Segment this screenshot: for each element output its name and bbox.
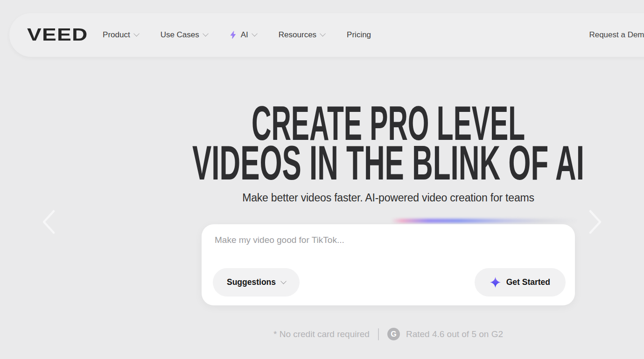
- nav-item-label: Pricing: [347, 30, 371, 40]
- nav-item-label: Product: [103, 30, 130, 40]
- nav-item-label: AI: [241, 30, 248, 40]
- vertical-divider: [378, 328, 379, 340]
- no-credit-card-text: * No credit card required: [273, 329, 370, 339]
- nav-item-ai[interactable]: AI: [230, 30, 257, 40]
- sparkle-icon: [490, 277, 501, 288]
- lightning-bolt-icon: [230, 31, 237, 39]
- chevron-down-icon: [203, 31, 209, 37]
- g2-logo-icon: G: [387, 328, 400, 340]
- suggestions-button-label: Suggestions: [227, 277, 276, 287]
- nav-item-label: Use Cases: [161, 30, 199, 40]
- nav-item-resources[interactable]: Resources: [279, 30, 325, 40]
- prompt-input[interactable]: [214, 235, 561, 246]
- nav-item-use-cases[interactable]: Use Cases: [161, 30, 208, 40]
- carousel-next-button[interactable]: [587, 209, 604, 235]
- get-started-button[interactable]: Get Started: [475, 268, 566, 297]
- footer-note: * No credit card required G Rated 4.6 ou…: [202, 328, 575, 340]
- hero-heading-line2: VIDEOS IN THE BLINK OF AI: [192, 136, 584, 186]
- nav-item-label: Resources: [279, 30, 316, 40]
- chevron-right-icon: [587, 209, 604, 235]
- carousel-prev-button[interactable]: [40, 209, 57, 235]
- nav-item-pricing[interactable]: Pricing: [347, 30, 371, 40]
- g2-rating-text: Rated 4.6 out of 5 on G2: [406, 329, 503, 339]
- suggestions-button[interactable]: Suggestions: [213, 268, 300, 297]
- veed-landing-page: VEED Product Use Cases: [0, 0, 644, 359]
- nav-item-product[interactable]: Product: [103, 30, 139, 40]
- chevron-down-icon: [133, 31, 140, 37]
- hero-heading: CREATE PRO LEVEL VIDEOS IN THE BLINK OF …: [188, 97, 589, 186]
- nav-menu: Product Use Cases: [103, 30, 371, 40]
- gradient-glow-decoration: [391, 219, 579, 223]
- hero-subtitle: Make better videos faster. AI-powered vi…: [202, 192, 575, 204]
- get-started-button-label: Get Started: [506, 277, 550, 287]
- veed-logo[interactable]: VEED: [27, 25, 88, 45]
- chevron-left-icon: [40, 209, 57, 235]
- chevron-down-icon: [320, 31, 326, 37]
- navbar: VEED Product Use Cases: [9, 13, 644, 57]
- request-demo-link[interactable]: Request a Demo: [589, 30, 644, 40]
- chevron-down-icon: [280, 278, 287, 284]
- prompt-card: Suggestions Get Started: [202, 224, 575, 305]
- chevron-down-icon: [252, 31, 258, 37]
